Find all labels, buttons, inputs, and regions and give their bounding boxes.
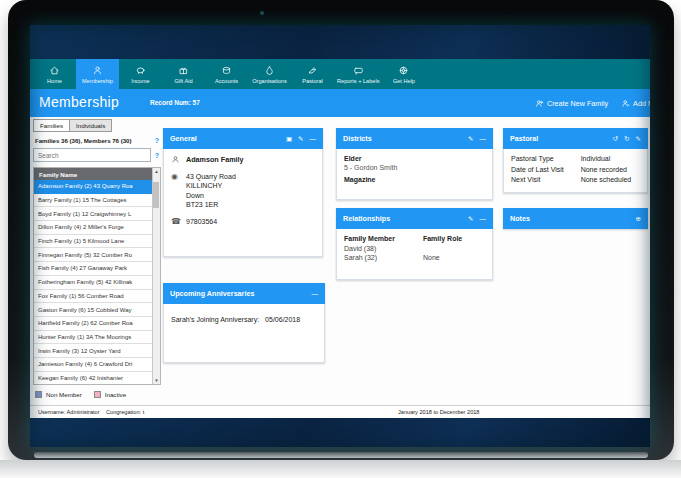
ribbon-nav: Home Membership Income Gift Aid Accounts… xyxy=(30,59,650,89)
scroll-up-icon[interactable]: ▲ xyxy=(154,169,158,174)
list-item[interactable]: Finnegan Family (5) 32 Comber Ro xyxy=(34,248,152,262)
page-header: Membership Record Num: 57 Create New Fam… xyxy=(30,89,650,117)
gift-icon xyxy=(178,65,189,76)
device-bottom-edge xyxy=(34,452,648,458)
list-legend: Non Member Inactive xyxy=(33,391,161,398)
list-item[interactable]: Fox Family (1) 56 Comber Road xyxy=(34,290,152,304)
card-upcoming-anniversaries: Upcoming Anniversaries — Sarah's Joining… xyxy=(163,283,325,363)
nav-item-income[interactable]: Income xyxy=(119,59,162,89)
relationship-row: Sarah (32) None xyxy=(344,254,485,261)
edit-icon[interactable]: ✎ xyxy=(468,215,473,223)
help-icon[interactable]: ? xyxy=(155,152,159,159)
legend-inactive: Inactive xyxy=(94,391,126,398)
nav-item-membership[interactable]: Membership xyxy=(76,59,119,89)
refresh-icon[interactable]: ↻ xyxy=(624,135,629,143)
list-item[interactable]: Jamieson Family (4) 6 Crawford Dri xyxy=(34,358,152,372)
status-bar: Username: Administrator Congregation: t … xyxy=(30,405,650,418)
person-icon xyxy=(92,65,103,76)
card-relationships-header: Relationships ✎ — xyxy=(336,208,493,229)
anniversary-date: 05/06/2018 xyxy=(265,316,300,323)
main-content: Families Individuals Families 36 (36), M… xyxy=(30,117,650,405)
add-note-icon[interactable]: ⊕ xyxy=(636,215,641,223)
dove-icon xyxy=(307,65,318,76)
col-family-role: Family Role xyxy=(423,235,462,242)
photo-icon[interactable]: ▣ xyxy=(286,135,292,143)
screen: Home Membership Income Gift Aid Accounts… xyxy=(30,25,650,447)
list-item[interactable]: Dillon Family (4) 2 Miller's Forge xyxy=(34,221,152,235)
list-item[interactable]: Keegan Family (6) 42 Inishanier xyxy=(34,372,152,384)
create-family-icon xyxy=(535,99,544,108)
family-list-header: Family Name xyxy=(34,168,160,180)
list-item[interactable]: Fish Family (4) 27 Ganaway Park xyxy=(34,262,152,276)
list-item[interactable]: Hartfield Family (2) 62 Comber Roa xyxy=(34,317,152,331)
list-item[interactable]: Irwin Family (3) 12 Oyster Yard xyxy=(34,344,152,358)
help-icon[interactable]: ? xyxy=(155,137,159,144)
add-member-icon xyxy=(621,99,630,108)
nav-label: Gift Aid xyxy=(174,78,192,84)
nav-label: Accounts xyxy=(215,78,238,84)
record-count: Record Num: 57 xyxy=(150,99,200,106)
add-new-family-member-label: Add New Fam xyxy=(633,99,650,108)
tablet-bezel: Home Membership Income Gift Aid Accounts… xyxy=(8,0,674,460)
collapse-icon[interactable]: — xyxy=(310,135,317,143)
legend-non-member: Non Member xyxy=(35,391,82,398)
card-title: General xyxy=(170,134,197,143)
card-title: Notes xyxy=(510,214,530,223)
card-general: General ▣ ✎ — Adamson Family ◉ xyxy=(163,128,323,257)
edit-icon[interactable]: ✎ xyxy=(636,135,641,143)
list-item[interactable]: Hunter Family (1) 3A The Moorings xyxy=(34,331,152,345)
family-name: Adamson Family xyxy=(186,155,244,165)
nav-item-accounts[interactable]: Accounts xyxy=(205,59,248,89)
list-item[interactable]: Adamson Family (2) 43 Quarry Roa xyxy=(34,180,152,194)
list-item[interactable]: Gaston Family (6) 15 Cobbled Way xyxy=(34,303,152,317)
list-item[interactable]: Barry Family (1) 15 The Cottages xyxy=(34,194,152,208)
list-item[interactable]: Finch Family (1) 5 Kilmood Lane xyxy=(34,235,152,249)
family-summary-row: Families 36 (36), Members 76 (30) ? xyxy=(33,137,161,144)
collapse-icon[interactable]: — xyxy=(480,135,487,143)
create-new-family-button[interactable]: Create New Family xyxy=(535,99,608,108)
card-anniversaries-header: Upcoming Anniversaries — xyxy=(163,283,325,304)
card-relationships: Relationships ✎ — Family Member Family R… xyxy=(336,208,493,280)
collapse-icon[interactable]: — xyxy=(480,215,487,223)
sidebar-tabs: Families Individuals xyxy=(33,119,161,132)
coins-icon xyxy=(221,65,232,76)
nav-item-reports-labels[interactable]: Reports + Labels xyxy=(334,59,382,89)
list-item[interactable]: Boyd Family (1) 12 Craigwhinney L xyxy=(34,207,152,221)
card-title: Districts xyxy=(343,134,372,143)
edit-icon[interactable]: ✎ xyxy=(468,135,473,143)
district-elder-value: 5 - Gordon Smith xyxy=(344,164,485,171)
nav-item-gift-aid[interactable]: Gift Aid xyxy=(162,59,205,89)
edit-icon[interactable]: ✎ xyxy=(298,135,303,143)
nav-label: Get Help xyxy=(393,78,415,84)
list-item[interactable]: Fotheringham Family (5) 42 Killinak xyxy=(34,276,152,290)
history-icon[interactable]: ↺ xyxy=(613,135,618,143)
tab-families[interactable]: Families xyxy=(33,119,70,132)
table-surface xyxy=(0,460,681,478)
pastoral-row: Pastoral Type Individual xyxy=(511,155,640,162)
family-phone: 97803564 xyxy=(186,217,217,227)
nav-item-organisations[interactable]: Organisations xyxy=(248,59,291,89)
inactive-swatch xyxy=(94,391,101,398)
card-general-body: Adamson Family ◉ 43 Quarry Road KILLINCH… xyxy=(163,149,323,257)
status-period: January 2018 to December 2018 xyxy=(398,409,479,415)
scrollbar-thumb[interactable] xyxy=(153,182,159,208)
nav-item-pastoral[interactable]: Pastoral xyxy=(291,59,334,89)
card-anniversaries-body: Sarah's Joining Anniversary: 05/06/2018 xyxy=(163,304,325,363)
nav-label: Organisations xyxy=(252,78,287,84)
scroll-down-icon[interactable]: ▼ xyxy=(154,378,158,383)
collapse-icon[interactable]: — xyxy=(312,290,319,297)
nav-label: Membership xyxy=(82,78,113,84)
relationship-row: David (38) xyxy=(344,245,485,252)
pastoral-row: Date of Last Visit None recorded xyxy=(511,166,640,173)
non-member-swatch xyxy=(35,391,42,398)
add-new-family-member-button[interactable]: Add New Fam xyxy=(621,99,650,108)
header-actions: Create New Family Add New Fam xyxy=(535,89,650,117)
card-relationships-body: Family Member Family Role David (38) Sar… xyxy=(336,229,493,280)
page-title: Membership xyxy=(39,94,119,110)
tab-individuals[interactable]: Individuals xyxy=(70,119,112,132)
legend-label: Non Member xyxy=(46,391,82,398)
search-input[interactable] xyxy=(33,148,151,162)
nav-item-get-help[interactable]: Get Help xyxy=(382,59,425,89)
nav-item-home[interactable]: Home xyxy=(33,59,76,89)
card-districts: Districts ✎ — Elder 5 - Gordon Smith Mag… xyxy=(336,128,493,200)
